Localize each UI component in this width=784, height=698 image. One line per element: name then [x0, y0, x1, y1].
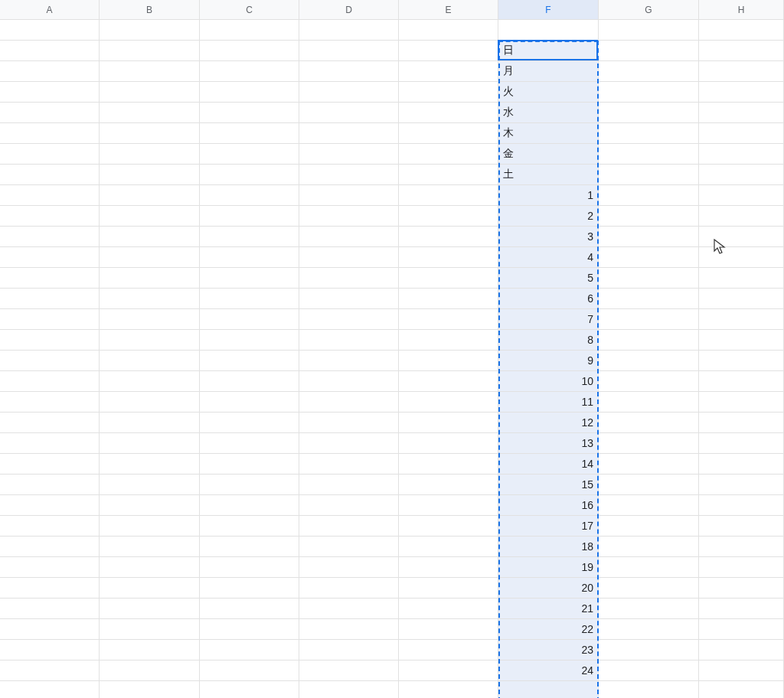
cell-A33[interactable]	[0, 681, 100, 698]
cell-C7[interactable]	[200, 144, 299, 165]
cell-B13[interactable]	[100, 268, 200, 289]
cell-B15[interactable]	[100, 309, 200, 330]
cell-D10[interactable]	[299, 206, 399, 227]
cell-E1[interactable]	[399, 20, 498, 41]
cell-C11[interactable]	[200, 227, 299, 247]
cell-H31[interactable]	[699, 640, 784, 660]
cell-C16[interactable]	[200, 330, 299, 351]
cell-B1[interactable]	[100, 20, 200, 41]
cell-F6[interactable]: 木	[498, 123, 599, 144]
cell-D3[interactable]	[299, 61, 399, 82]
cell-E20[interactable]	[399, 413, 498, 433]
cell-E9[interactable]	[399, 185, 498, 206]
cell-E15[interactable]	[399, 309, 498, 330]
cell-A25[interactable]	[0, 516, 100, 537]
cell-H15[interactable]	[699, 309, 784, 330]
cell-B31[interactable]	[100, 640, 200, 660]
cell-C13[interactable]	[200, 268, 299, 289]
cell-F21[interactable]: 13	[498, 433, 599, 454]
cell-B7[interactable]	[100, 144, 200, 165]
cell-A30[interactable]	[0, 619, 100, 640]
cell-D27[interactable]	[299, 557, 399, 578]
cell-C14[interactable]	[200, 289, 299, 309]
cell-E33[interactable]	[399, 681, 498, 698]
cell-D25[interactable]	[299, 516, 399, 537]
cell-H30[interactable]	[699, 619, 784, 640]
cell-E4[interactable]	[399, 82, 498, 103]
cell-H16[interactable]	[699, 330, 784, 351]
column-header-a[interactable]: A	[0, 0, 100, 20]
cell-H17[interactable]	[699, 351, 784, 371]
cell-B10[interactable]	[100, 206, 200, 227]
cell-C5[interactable]	[200, 103, 299, 123]
cell-G19[interactable]	[599, 392, 699, 413]
cell-E31[interactable]	[399, 640, 498, 660]
cell-E23[interactable]	[399, 475, 498, 495]
cell-H9[interactable]	[699, 185, 784, 206]
cell-B30[interactable]	[100, 619, 200, 640]
cell-A22[interactable]	[0, 454, 100, 475]
cell-C15[interactable]	[200, 309, 299, 330]
cell-F13[interactable]: 5	[498, 268, 599, 289]
cell-F20[interactable]: 12	[498, 413, 599, 433]
cell-C26[interactable]	[200, 537, 299, 557]
cell-F1[interactable]	[498, 20, 599, 41]
cell-B16[interactable]	[100, 330, 200, 351]
cell-B21[interactable]	[100, 433, 200, 454]
cell-G15[interactable]	[599, 309, 699, 330]
cell-F24[interactable]: 16	[498, 495, 599, 516]
cell-H25[interactable]	[699, 516, 784, 537]
cell-D21[interactable]	[299, 433, 399, 454]
cell-H26[interactable]	[699, 537, 784, 557]
cell-C24[interactable]	[200, 495, 299, 516]
cell-A32[interactable]	[0, 660, 100, 681]
cell-C21[interactable]	[200, 433, 299, 454]
cell-D14[interactable]	[299, 289, 399, 309]
cell-F30[interactable]: 22	[498, 619, 599, 640]
cell-D8[interactable]	[299, 165, 399, 185]
cell-C22[interactable]	[200, 454, 299, 475]
cell-G30[interactable]	[599, 619, 699, 640]
cell-A4[interactable]	[0, 82, 100, 103]
cell-G28[interactable]	[599, 578, 699, 599]
cell-H14[interactable]	[699, 289, 784, 309]
cell-H22[interactable]	[699, 454, 784, 475]
cell-A5[interactable]	[0, 103, 100, 123]
cell-F31[interactable]: 23	[498, 640, 599, 660]
cell-E16[interactable]	[399, 330, 498, 351]
cell-A2[interactable]	[0, 41, 100, 61]
cell-D33[interactable]	[299, 681, 399, 698]
cell-E17[interactable]	[399, 351, 498, 371]
cell-B20[interactable]	[100, 413, 200, 433]
cell-D17[interactable]	[299, 351, 399, 371]
cell-E14[interactable]	[399, 289, 498, 309]
cell-A18[interactable]	[0, 371, 100, 392]
cell-F29[interactable]: 21	[498, 599, 599, 619]
cell-C3[interactable]	[200, 61, 299, 82]
cell-G31[interactable]	[599, 640, 699, 660]
cell-G14[interactable]	[599, 289, 699, 309]
cell-F19[interactable]: 11	[498, 392, 599, 413]
cell-C1[interactable]	[200, 20, 299, 41]
cell-A11[interactable]	[0, 227, 100, 247]
cell-C2[interactable]	[200, 41, 299, 61]
cell-D12[interactable]	[299, 247, 399, 268]
cell-A7[interactable]	[0, 144, 100, 165]
cell-B11[interactable]	[100, 227, 200, 247]
cell-A23[interactable]	[0, 475, 100, 495]
cell-F2[interactable]: 日	[498, 41, 599, 61]
cell-G2[interactable]	[599, 41, 699, 61]
cell-D9[interactable]	[299, 185, 399, 206]
cell-B26[interactable]	[100, 537, 200, 557]
cell-D20[interactable]	[299, 413, 399, 433]
cell-H6[interactable]	[699, 123, 784, 144]
cell-A26[interactable]	[0, 537, 100, 557]
cell-G26[interactable]	[599, 537, 699, 557]
column-header-f[interactable]: F	[498, 0, 599, 20]
cell-G27[interactable]	[599, 557, 699, 578]
cell-G21[interactable]	[599, 433, 699, 454]
cell-E22[interactable]	[399, 454, 498, 475]
cell-G17[interactable]	[599, 351, 699, 371]
cell-D22[interactable]	[299, 454, 399, 475]
cell-H1[interactable]	[699, 20, 784, 41]
